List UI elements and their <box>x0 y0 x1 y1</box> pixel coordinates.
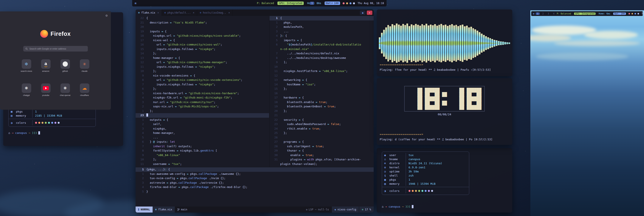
shortcut-tile-claude[interactable]: ✳claude <box>78 59 92 72</box>
shortcut-tile-search-nixos[interactable]: ❄search.nixos <box>19 59 34 72</box>
editor-tab[interactable]: ❄pkgs/default...× <box>162 10 198 16</box>
menu-icon[interactable]: ⊞ <box>533 12 534 15</box>
token: }; <box>146 69 156 73</box>
editor-pane-flake-nix[interactable]: 22{21 description = "tux's NixOS Flake";… <box>136 16 269 167</box>
code-line: 26 <box>270 135 374 140</box>
token: genAttrs <box>200 149 214 152</box>
tray-icon[interactable] <box>632 13 633 15</box>
tab-close-icon[interactable]: × <box>193 11 194 14</box>
buffer-list-button[interactable]: ◉ <box>360 11 366 15</box>
token: }; <box>280 131 287 134</box>
terminal-tty-clock[interactable]: ██ ██████ ██ ██████ ██ ██ ██ ██ ██ ██ ██… <box>377 78 512 145</box>
code-line: 1 pkgs, <box>270 21 374 25</box>
top-bar-left: ⊞ 1234 P: BalancedGPU: IntegratedHome: 8… <box>132 0 386 7</box>
cava-bar <box>398 25 400 62</box>
shortcut-tile-cloudflare[interactable]: ☁cloudflare <box>78 83 92 96</box>
cava-bar <box>415 24 417 62</box>
tray-icon[interactable] <box>638 13 639 15</box>
terminal-cava-visualizer[interactable]: ======================> Playing: ffee fo… <box>377 10 512 76</box>
firefox-window[interactable]: ← → ↻ Search with Google or enter addres… <box>0 0 111 110</box>
tab-close-icon[interactable]: × <box>157 11 159 14</box>
folder-git-icon: ◈ <box>334 208 336 211</box>
token: ; <box>217 105 219 108</box>
openai-glyph-icon: ❋ <box>64 86 67 91</box>
token: }; <box>146 52 156 55</box>
gear-icon[interactable]: ⚙ <box>105 14 108 17</box>
tray-icon[interactable] <box>346 2 348 4</box>
editor-pane-iso-image[interactable]: 1{1 pkgs,2 modulesPath,3 ...4}: {5 impor… <box>269 16 374 167</box>
tab-close-icon[interactable]: × <box>228 11 230 14</box>
nix-file-icon: ❄ <box>164 11 166 14</box>
neovim-window[interactable]: ❄flake.nix×❄pkgs/default...×❄hosts/isoIm… <box>136 10 374 212</box>
token: = <box>166 100 170 104</box>
tag-2[interactable]: 2 <box>316 2 321 5</box>
color-dot <box>35 122 37 124</box>
token: imports <box>280 39 297 42</box>
token: ../../modules/nixos/default.nix <box>280 52 339 55</box>
token: ; <box>214 100 216 104</box>
tray-icon[interactable] <box>353 2 355 4</box>
tray-icon[interactable] <box>634 13 636 15</box>
line-text: tux-nvim-config = pkgs.callPackage ./nvi… <box>146 176 226 181</box>
buffer-close-button[interactable]: × <box>367 11 372 15</box>
line-text: inputs.nixpkgs.follows = "nixpkgs"; <box>146 47 216 52</box>
nix-icon: ❄ <box>22 59 31 69</box>
tray-icon[interactable] <box>628 13 630 15</box>
line-number: 25 <box>270 131 280 135</box>
token: = <box>195 65 199 68</box>
shortcut-tile-chat-openai[interactable]: ❋chat.openai <box>58 83 72 96</box>
cava-bar <box>472 28 474 58</box>
code-line: 9 ]; <box>270 60 374 65</box>
line-number: 9 <box>136 74 146 78</box>
tag-1[interactable]: 1 <box>310 2 314 5</box>
menu-icon[interactable]: ⊞ <box>135 2 136 5</box>
line-number: 11 <box>136 162 146 166</box>
pkgs-icon: ▦ <box>384 178 389 182</box>
code-line: 13 networking = { <box>270 78 374 82</box>
token: "github:nix-community/home-manager" <box>166 61 226 64</box>
tray-icon[interactable] <box>343 2 344 4</box>
tag-4[interactable]: 4 <box>552 13 556 15</box>
tag-1[interactable]: 1 <box>536 13 540 15</box>
editor-tab[interactable]: ❄hosts/isoImag..× <box>197 10 233 16</box>
shortcut-tile-github[interactable]: github <box>58 59 72 72</box>
clock-widget[interactable]: Thu Aug 08, 18:18 <box>642 13 644 15</box>
tag-4[interactable]: 4 <box>330 2 334 5</box>
mode-icon: ▊ <box>138 208 139 210</box>
tag-2[interactable]: 2 <box>541 13 545 15</box>
code-line: 5 ... <box>136 135 269 140</box>
shell-prompt: ⌂ → canopus ~ ))) <box>8 131 40 134</box>
taglist: 1234 <box>310 2 334 5</box>
color-dot <box>422 190 424 192</box>
shortcut-tile-chatgpt[interactable]: ❋chatgpt <box>19 83 34 96</box>
token: : <box>282 34 286 37</box>
line-text: sudo.wheelNeedsPassword = false; <box>280 122 341 127</box>
code-line: 30 enable = true; <box>270 153 374 158</box>
memory-icon: ▤ <box>11 114 16 118</box>
newtab-search-input[interactable]: Search with Google or enter address <box>23 46 88 52</box>
line-number: 2 <box>270 25 280 29</box>
token: astronvim <box>146 181 166 184</box>
tag-3[interactable]: 3 <box>546 13 550 15</box>
token: callPackage <box>178 181 197 184</box>
clock-widget[interactable]: Thu Aug 08, 18:18 <box>358 2 384 5</box>
line-text: description = "tux's NixOS Flake"; <box>146 21 207 25</box>
line-text: pkgs, <box>280 21 292 25</box>
editor-pane-pkgs-default[interactable]: 1{pkgs, ...}: {1 tux-awesome-wm-config =… <box>136 167 374 206</box>
editor-tab[interactable]: ❄flake.nix× <box>136 10 162 16</box>
shortcut-tile-youtube[interactable]: youtube <box>39 83 53 96</box>
firefox-logo-icon <box>40 30 48 38</box>
cava-bar <box>426 24 427 63</box>
line-number: 11 <box>136 65 146 69</box>
shortcut-label: search.nixos <box>21 70 32 72</box>
tag-3[interactable]: 3 <box>323 2 328 5</box>
fastfetch-row: $shellzsh <box>382 173 469 178</box>
cava-bar <box>466 26 468 61</box>
nvim-statusline: ▊ NORMAL ❄ flake.nix main ⚙ LSP ~ null-l… <box>136 206 374 212</box>
shortcut-tile-amazon[interactable]: aamazon <box>39 59 53 72</box>
token: ; <box>346 69 348 73</box>
terminal-fastfetch-bottom-right[interactable]: ◉usertux⌂hnamecanopus❄distroNixOS 24.11 … <box>377 148 512 212</box>
code-line: 12 <box>270 74 374 78</box>
token: nix-vscode-extensions <box>146 74 190 77</box>
tray-icon[interactable] <box>350 2 352 4</box>
